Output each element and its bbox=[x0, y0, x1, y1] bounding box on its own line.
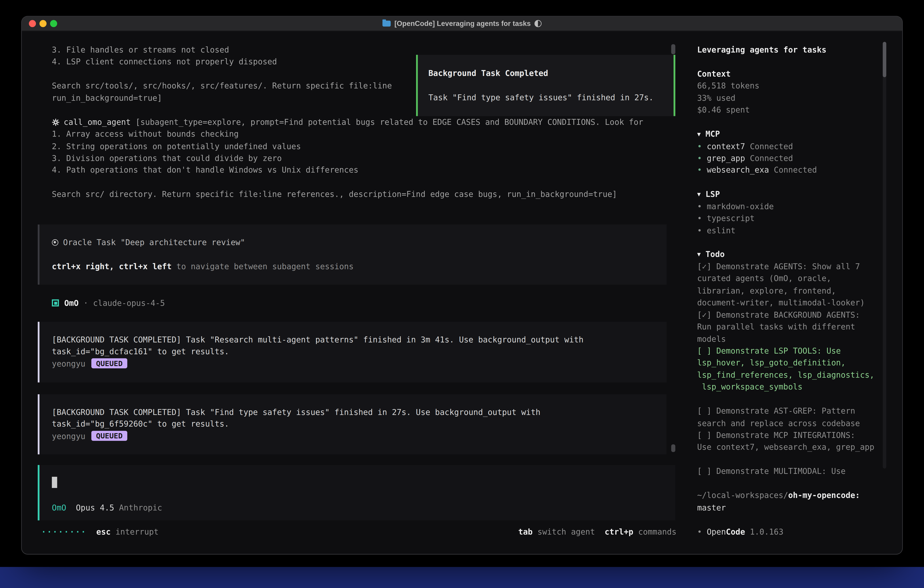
window-titlebar[interactable]: [OpenCode] Leveraging agents for tasks bbox=[22, 17, 902, 31]
agent-checkbox-icon bbox=[52, 299, 59, 307]
todo-line-active: lsp_find_references, lsp_diagnostics, bbox=[697, 369, 887, 381]
prompt-input[interactable]: OmOOpus 4.5Anthropic bbox=[38, 465, 675, 520]
mcp-item-name: context7 bbox=[707, 141, 745, 150]
workspace-branch: master bbox=[697, 501, 887, 514]
todo-line: Use context7, websearch_exa, grep_app bbox=[697, 441, 887, 453]
todo-line-active: lsp_workspace_symbols bbox=[697, 381, 887, 393]
queued-badge: QUEUED bbox=[91, 431, 127, 441]
session-timer-icon bbox=[534, 20, 541, 27]
mcp-heading-text: MCP bbox=[706, 129, 720, 139]
log-line: 4. Path operations that don't handle Win… bbox=[52, 164, 643, 176]
log-line: 1. Array access without bounds checking bbox=[52, 128, 643, 140]
log-line: Search src/ directory. Return specific f… bbox=[52, 188, 643, 200]
context-heading-text: Context bbox=[697, 69, 731, 78]
subagent-session-header[interactable]: OmO·claude-opus-4-5 bbox=[52, 297, 165, 309]
mcp-item-status: Connected bbox=[750, 141, 793, 150]
bullet-icon: • bbox=[697, 226, 702, 235]
lsp-item-name: eslint bbox=[707, 226, 735, 235]
spacer bbox=[697, 116, 887, 128]
app-name-code: Code bbox=[726, 527, 745, 536]
lsp-item: •markdown-oxide bbox=[697, 200, 887, 212]
session-sidebar: Leveraging agents for tasks Context 66,5… bbox=[676, 31, 902, 554]
message-author: yeongyu bbox=[52, 359, 85, 368]
todo-line: [ ] Demonstrate MCP INTEGRATIONS: bbox=[697, 429, 887, 441]
esc-key-label: interrupt bbox=[116, 527, 159, 536]
mcp-section-header[interactable]: ▼MCP bbox=[697, 128, 887, 140]
context-tokens: 66,518 tokens bbox=[697, 80, 887, 92]
input-agent-name: OmO bbox=[52, 503, 66, 512]
message-text: [BACKGROUND TASK COMPLETED] Task "Find t… bbox=[52, 406, 667, 418]
oracle-nav-hint: ctrl+x right, ctrl+x left to navigate be… bbox=[52, 260, 667, 273]
radio-circle-icon bbox=[52, 239, 58, 246]
todo-heading-text: Todo bbox=[706, 249, 724, 259]
text-cursor bbox=[52, 477, 57, 488]
log-line: 2. String operations on potentially unde… bbox=[52, 140, 643, 152]
window-title: [OpenCode] Leveraging agents for tasks bbox=[22, 17, 902, 31]
spacer bbox=[697, 453, 887, 465]
spacer bbox=[52, 176, 643, 188]
bullet-icon: • bbox=[697, 527, 702, 536]
bullet-icon: • bbox=[697, 141, 702, 150]
mcp-item-name: websearch_exa bbox=[707, 165, 769, 175]
todo-section-header[interactable]: ▼Todo bbox=[697, 248, 887, 260]
tool-call-line: call_omo_agent[subagent_type=explore, pr… bbox=[52, 116, 643, 128]
bullet-icon: • bbox=[697, 165, 702, 175]
chevron-down-icon: ▼ bbox=[697, 189, 701, 201]
spacer bbox=[697, 56, 887, 68]
context-spent: $0.46 spent bbox=[697, 104, 887, 116]
spacer bbox=[697, 514, 887, 525]
tab-key-label: switch agent bbox=[538, 527, 595, 536]
separator-dot: · bbox=[83, 298, 88, 307]
message-meta: yeongyuQUEUED bbox=[52, 358, 667, 370]
hint-text: to navigate between subagent sessions bbox=[172, 261, 354, 271]
todo-line: Run parallel tasks with different bbox=[697, 320, 887, 333]
main-scrollbar-thumb[interactable] bbox=[671, 44, 675, 54]
bullet-icon: • bbox=[697, 202, 702, 211]
workspace-path-prefix: ~/local-workspaces/ bbox=[697, 491, 788, 500]
workspace-repo-name: oh-my-opencode: bbox=[788, 491, 860, 500]
desktop: [OpenCode] Leveraging agents for tasks 3… bbox=[0, 0, 924, 588]
session-title-text: Leveraging agents for tasks bbox=[697, 45, 827, 54]
tool-args: [subagent_type=explore, prompt=Find pote… bbox=[135, 117, 643, 126]
todo-line: [✓] Demonstrate BACKGROUND AGENTS: bbox=[697, 309, 887, 320]
oracle-task-panel[interactable]: Oracle Task "Deep architecture review" c… bbox=[38, 225, 667, 284]
spacer bbox=[428, 79, 673, 91]
main-scrollbar-thumb[interactable] bbox=[671, 444, 675, 452]
lsp-item: •eslint bbox=[697, 224, 887, 236]
chat-panel: 3. File handles or streams not closed 4.… bbox=[22, 31, 676, 554]
sidebar-scrollbar-track[interactable] bbox=[883, 42, 886, 468]
input-provider-name: Anthropic bbox=[119, 503, 162, 512]
message-meta: yeongyuQUEUED bbox=[52, 430, 667, 442]
message-block: [BACKGROUND TASK COMPLETED] Task "Find t… bbox=[38, 394, 667, 454]
session-title: Leveraging agents for tasks bbox=[697, 44, 887, 56]
chevron-down-icon: ▼ bbox=[697, 129, 701, 140]
app-version-number: 1.0.163 bbox=[750, 527, 783, 536]
message-text: [BACKGROUND TASK COMPLETED] Task "Resear… bbox=[52, 334, 667, 345]
status-bar: ········escinterrupt tabswitch agentctrl… bbox=[41, 525, 676, 538]
agent-name: OmO bbox=[64, 298, 79, 307]
message-author: yeongyu bbox=[52, 431, 85, 441]
tool-name: call_omo_agent bbox=[64, 117, 131, 126]
tab-key-hint: tab bbox=[518, 527, 533, 536]
hint-keys: ctrl+x right, ctrl+x left bbox=[52, 261, 172, 271]
lsp-section-header[interactable]: ▼LSP bbox=[697, 188, 887, 200]
bullet-icon: • bbox=[697, 213, 702, 223]
todo-line-active: [ ] Demonstrate LSP TOOLS: Use bbox=[697, 345, 887, 357]
oracle-task-title-text: Oracle Task "Deep architecture review" bbox=[63, 238, 245, 247]
lsp-item-name: markdown-oxide bbox=[707, 202, 774, 211]
todo-line: librarian, explore, frontend, bbox=[697, 284, 887, 297]
todo-line: [ ] Demonstrate MULTIMODAL: Use bbox=[697, 465, 887, 477]
context-used: 33% used bbox=[697, 92, 887, 104]
notification-toast[interactable]: Background Task Completed Task "Find typ… bbox=[416, 55, 675, 116]
queued-badge: QUEUED bbox=[91, 358, 127, 368]
mcp-item: •context7Connected bbox=[697, 140, 887, 152]
lsp-item: •typescript bbox=[697, 212, 887, 224]
spacer bbox=[52, 248, 667, 260]
lsp-heading-text: LSP bbox=[706, 189, 720, 199]
oracle-task-title: Oracle Task "Deep architecture review" bbox=[52, 236, 667, 248]
sidebar-scrollbar-thumb[interactable] bbox=[883, 42, 886, 77]
spacer bbox=[697, 176, 887, 188]
mcp-item-status: Connected bbox=[774, 165, 817, 175]
todo-line: [✓] Demonstrate AGENTS: Show all 7 bbox=[697, 260, 887, 273]
terminal-window: [OpenCode] Leveraging agents for tasks 3… bbox=[22, 17, 902, 554]
